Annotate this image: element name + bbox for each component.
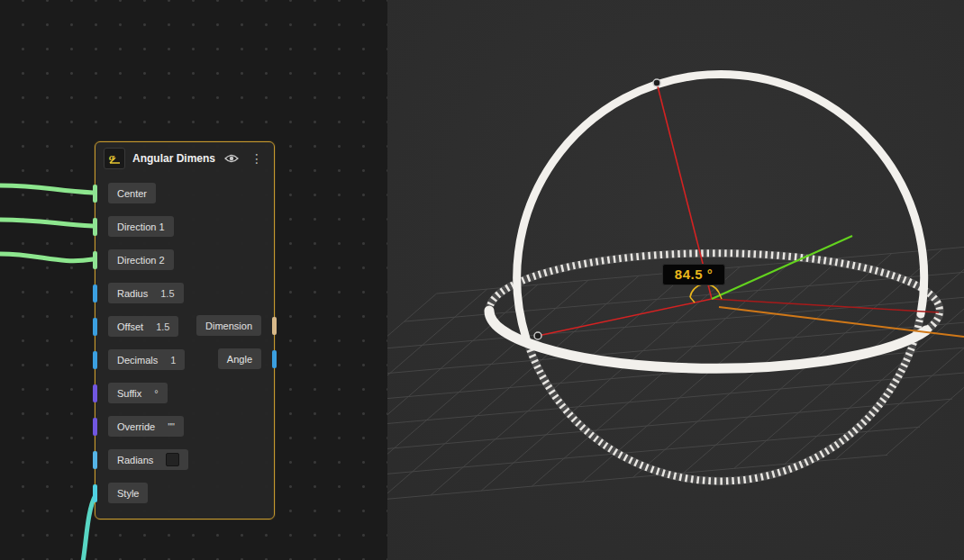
input-row-style: Style (95, 476, 274, 510)
radius-field[interactable]: Radius 1.5 (108, 283, 184, 303)
input-port-override[interactable] (93, 418, 97, 436)
wire-direction1-input[interactable] (0, 220, 93, 226)
node-header[interactable]: α Angular Dimens... ⋮ (95, 142, 274, 175)
vertex-handle-left[interactable] (534, 332, 541, 339)
kebab-menu-icon[interactable]: ⋮ (248, 149, 266, 167)
direction2-label: Direction 2 (117, 255, 165, 266)
input-port-radians[interactable] (93, 451, 97, 469)
decimals-label: Decimals (117, 355, 158, 366)
input-port-suffix[interactable] (93, 384, 97, 402)
input-row-center: Center (95, 176, 274, 210)
radians-label: Radians (117, 455, 153, 465)
radius-label: Radius (117, 288, 148, 299)
output-port-angle[interactable] (272, 350, 277, 368)
input-port-offset[interactable] (93, 318, 97, 336)
dimension-output[interactable]: Dimension (196, 315, 261, 336)
center-field[interactable]: Center (108, 183, 156, 203)
angle-arc-tick-1 (690, 297, 695, 303)
style-field[interactable]: Style (108, 483, 148, 503)
override-label: Override (117, 421, 155, 432)
offset-field[interactable]: Offset 1.5 (108, 316, 178, 337)
radius-line-left (538, 299, 712, 336)
input-row-suffix: Suffix ° (95, 376, 274, 410)
node-editor-canvas[interactable]: α Angular Dimens... ⋮ Center Direction 1 (0, 0, 387, 560)
suffix-field[interactable]: Suffix ° (108, 383, 168, 403)
angle-output[interactable]: Angle (218, 348, 261, 369)
offset-label: Offset (117, 321, 143, 332)
output-port-dimension[interactable] (272, 317, 277, 335)
viewport-3d[interactable]: 84.5 ° (387, 0, 964, 560)
input-row-override: Override "" (95, 410, 274, 443)
style-label: Style (117, 488, 139, 499)
center-label: Center (117, 188, 147, 199)
input-port-style[interactable] (93, 484, 97, 502)
radius-value[interactable]: 1.5 (160, 288, 174, 299)
eye-icon[interactable] (223, 149, 241, 167)
direction1-label: Direction 1 (117, 221, 165, 232)
radians-checkbox[interactable] (166, 453, 179, 466)
suffix-value[interactable]: ° (154, 388, 158, 399)
wire-style-input[interactable] (83, 495, 95, 560)
offset-value[interactable]: 1.5 (156, 321, 169, 332)
radians-field[interactable]: Radians (108, 449, 188, 470)
output-row-angle: Angle (218, 348, 274, 369)
input-port-direction1[interactable] (93, 218, 97, 236)
decimals-field[interactable]: Decimals 1 (108, 349, 185, 370)
angle-value-label[interactable]: 84.5 ° (662, 264, 725, 285)
direction2-field[interactable]: Direction 2 (108, 249, 174, 270)
output-row-dimension: Dimension (196, 315, 274, 336)
input-port-center[interactable] (93, 185, 97, 203)
input-row-radius: Radius 1.5 (95, 276, 274, 310)
direction1-field[interactable]: Direction 1 (108, 216, 174, 237)
override-field[interactable]: Override "" (108, 416, 184, 437)
input-row-radians: Radians (95, 443, 274, 476)
angular-dimension-node[interactable]: α Angular Dimens... ⋮ Center Direction 1 (95, 141, 275, 519)
node-title: Angular Dimens... (132, 152, 215, 165)
override-value[interactable]: "" (168, 421, 175, 432)
input-port-direction2[interactable] (93, 251, 97, 269)
wire-center-input[interactable] (0, 185, 93, 193)
angular-dimension-icon: α (104, 148, 125, 169)
wire-direction2-input[interactable] (0, 254, 93, 261)
input-port-decimals[interactable] (93, 351, 97, 369)
dimension-label: Dimension (205, 321, 252, 331)
decimals-value[interactable]: 1 (170, 355, 176, 366)
input-row-direction2: Direction 2 (95, 243, 274, 276)
suffix-label: Suffix (117, 388, 141, 399)
input-port-radius[interactable] (93, 285, 97, 303)
input-row-direction1: Direction 1 (95, 210, 274, 243)
vertex-handle-top[interactable] (653, 79, 660, 86)
angle-label-chip: Angle (227, 354, 252, 365)
